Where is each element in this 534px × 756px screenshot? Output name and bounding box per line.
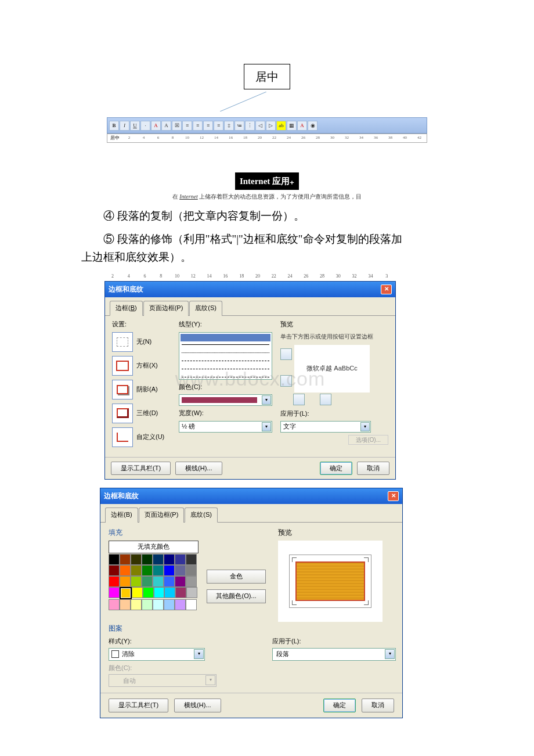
color-swatch[interactable] [186,587,197,598]
tab-page-border[interactable]: 页面边框(P) [143,301,189,316]
color-swatch[interactable] [164,554,175,565]
dialog2-title: 边框和底纹 [104,491,139,502]
increase-indent-button[interactable]: ▷ [266,121,276,131]
border-button[interactable]: ▦ [287,121,297,131]
tab-shading[interactable]: 底纹(S) [185,507,218,523]
justify-button[interactable]: ≡ [214,121,223,131]
tab-borders[interactable]: 边框(B) [105,507,138,523]
underline-button[interactable]: U [130,121,140,131]
italic-button[interactable]: I [120,121,129,131]
setting-custom-icon[interactable] [112,427,133,447]
cancel-button[interactable]: 取消 [362,699,394,712]
color-swatch[interactable] [131,554,142,565]
color-swatch[interactable] [153,554,164,565]
color-swatch[interactable] [175,554,186,565]
bullets-button[interactable]: ⋮ [245,121,255,131]
tab-borders[interactable]: 边框(B) [110,301,143,316]
no-fill-button[interactable]: 无填充颜色 [109,541,199,553]
close-icon[interactable]: ✕ [381,285,392,294]
color-swatch[interactable] [186,599,197,610]
font-a-button[interactable]: · [140,121,150,131]
color-swatch[interactable] [131,599,142,610]
color-swatch[interactable] [109,599,120,610]
setting-none-icon[interactable] [112,332,133,352]
color-swatch[interactable] [120,576,131,587]
more-colors-button[interactable]: 其他颜色(O)... [207,589,266,603]
color-swatch[interactable] [142,565,153,576]
color-swatch[interactable] [153,599,164,610]
color-swatch[interactable] [164,587,175,598]
color-dropdown[interactable]: ▾ [179,394,272,406]
doc-paragraph: 在 Internet 上储存着巨大的动态信息资源，为了方便用户查询所需信息，目 [142,192,392,201]
color-swatch[interactable] [120,565,131,576]
cancel-button[interactable]: 取消 [357,462,389,476]
color-swatch[interactable] [143,587,154,598]
width-dropdown[interactable]: ½ 磅▾ [179,421,272,433]
tab-page-border[interactable]: 页面边框(P) [139,507,185,523]
font-color-a-button[interactable]: A [151,121,161,131]
show-toolbar-button[interactable]: 显示工具栏(T) [109,699,168,712]
color-swatch[interactable] [186,576,197,587]
ok-button[interactable]: 确定 [320,462,352,476]
font-size-a-button[interactable]: A [161,121,171,131]
highlight-button[interactable]: ab [276,121,286,131]
color-swatch[interactable] [175,576,186,587]
align-center-button[interactable]: ≡ [193,121,203,131]
ok-button[interactable]: 确定 [323,699,356,712]
shape-button[interactable]: ◉ [308,121,317,131]
color-swatch[interactable] [131,565,142,576]
font-color-button[interactable]: A [297,121,307,131]
setting-3d-icon[interactable] [112,404,133,423]
color-swatch[interactable] [175,599,186,610]
tab-shading[interactable]: 底纹(S) [189,301,222,316]
color-swatch[interactable] [109,576,120,587]
color-swatch[interactable] [142,576,153,587]
color-swatch[interactable] [120,599,131,610]
horizontal-line-button[interactable]: 横线(H)... [174,699,221,712]
color-swatch[interactable] [153,565,164,576]
show-toolbar-button[interactable]: 显示工具栏(T) [111,462,171,476]
preview-bottom-button[interactable] [280,375,292,387]
style-dropdown[interactable]: 清除▾ [109,648,205,661]
color-swatch[interactable] [175,565,186,576]
color-swatch[interactable] [142,599,153,610]
bold-button[interactable]: B [109,121,119,131]
linetype-listbox[interactable] [179,332,272,380]
setting-shadow-icon[interactable] [112,380,133,399]
align-right-button[interactable]: ≡ [203,121,213,131]
line-spacing-button[interactable]: ‡ [224,121,234,131]
char-border-button[interactable]: ☒ [172,121,182,131]
apply2-dropdown[interactable]: 段落▾ [272,648,396,661]
close-icon[interactable]: ✕ [388,491,399,501]
color-swatch[interactable] [154,587,165,598]
horizontal-line-button[interactable]: 横线(H)... [175,462,222,476]
color-swatch[interactable] [153,576,164,587]
preview-left-button[interactable] [293,394,305,405]
color-swatch[interactable] [142,554,153,565]
color-swatch[interactable] [109,565,120,576]
color-swatch[interactable] [120,554,131,565]
color-swatch[interactable] [164,565,175,576]
word-ruler: 居中 2468101214161820222426283032343638404… [107,134,427,143]
color-swatch[interactable] [131,576,142,587]
chevron-down-icon: ▾ [262,395,271,405]
decrease-indent-button[interactable]: ◁ [255,121,265,131]
align-left-button[interactable]: ≡ [182,121,192,131]
color-swatch[interactable] [186,565,197,576]
color-swatch[interactable] [164,576,175,587]
color-swatch[interactable] [132,587,143,598]
borders-shading-dialog-1: 边框和底纹 ✕ 边框(B) 页面边框(P) 底纹(S) 设置: 无(N) 方框(… [104,281,396,480]
color-swatch-gold-selected[interactable] [120,587,132,599]
color-swatch[interactable] [186,554,197,565]
numbering-button[interactable]: ≔ [234,121,244,131]
setting-box-icon[interactable] [112,356,133,376]
apply-label: 应用于(L): [280,409,388,419]
color-swatch[interactable] [109,554,120,565]
preview-right-button[interactable] [320,394,331,405]
color-swatch[interactable] [175,587,186,598]
apply-dropdown[interactable]: 文字▾ [280,421,371,433]
color-swatch[interactable] [164,599,175,610]
color-swatch[interactable] [109,587,120,598]
dialog2-tabs: 边框(B) 页面边框(P) 底纹(S) [100,504,402,523]
preview-top-button[interactable] [280,348,292,360]
